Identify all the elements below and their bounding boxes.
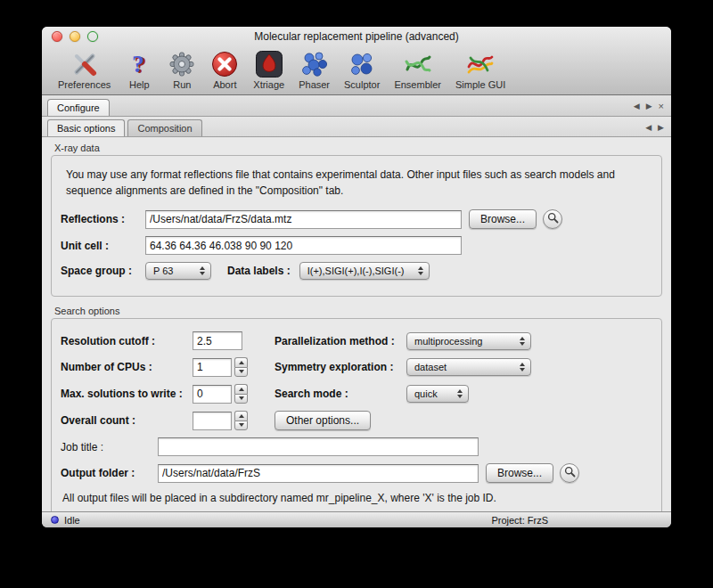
- resolution-row: Resolution cutoff : Parallelization meth…: [61, 331, 652, 350]
- data-labels-label: Data labels :: [227, 265, 291, 277]
- space-group-select[interactable]: P 63: [145, 262, 211, 280]
- preferences-tools-icon: [70, 50, 99, 78]
- search-mode-select[interactable]: quick: [406, 385, 469, 403]
- tab-configure[interactable]: Configure: [47, 99, 110, 116]
- reflections-row: Reflections : Browse...: [61, 209, 652, 229]
- toolbar-label: Simple GUI: [455, 79, 505, 90]
- titlebar[interactable]: Molecular replacement pipeline (advanced…: [42, 27, 671, 46]
- output-folder-inspect-button[interactable]: [560, 463, 579, 483]
- magnifier-icon: [564, 466, 576, 480]
- reflections-browse-button[interactable]: Browse...: [469, 209, 537, 229]
- unit-cell-input[interactable]: [145, 236, 462, 255]
- popup-arrows-icon: [455, 389, 465, 398]
- output-note: All output files will be placed in a sub…: [62, 492, 651, 504]
- stepper-down-icon[interactable]: [234, 421, 248, 431]
- window-title: Molecular replacement pipeline (advanced…: [42, 30, 671, 43]
- resolution-cutoff-label: Resolution cutoff :: [61, 335, 193, 347]
- symmetry-value: dataset: [414, 362, 517, 372]
- toolbar-sculptor-button[interactable]: Sculptor: [340, 49, 383, 91]
- reflections-label: Reflections :: [61, 213, 145, 225]
- search-mode-label: Search mode :: [275, 388, 406, 400]
- reflections-input[interactable]: [145, 210, 462, 229]
- simple-gui-ribbons-icon: [466, 50, 495, 78]
- toolbar-label: Xtriage: [253, 79, 284, 90]
- tab-nav-next-icon[interactable]: ▶: [646, 102, 652, 110]
- toolbar-xtriage-button[interactable]: Xtriage: [250, 49, 288, 91]
- run-gear-icon: [168, 50, 196, 78]
- xray-section-box: You may use any format reflections file …: [51, 155, 662, 297]
- xray-section-title: X-ray data: [54, 143, 662, 153]
- tab-composition-label: Composition: [137, 123, 192, 134]
- overall-count-row: Overall count : Other options...: [61, 411, 652, 430]
- other-options-button[interactable]: Other options...: [275, 411, 371, 430]
- parallelization-select[interactable]: multiprocessing: [406, 332, 531, 350]
- unit-cell-row: Unit cell :: [61, 236, 652, 255]
- toolbar-run-button[interactable]: Run: [164, 49, 200, 91]
- app-window: Molecular replacement pipeline (advanced…: [42, 27, 671, 527]
- space-group-label: Space group :: [61, 265, 145, 277]
- stepper-down-icon[interactable]: [234, 367, 248, 378]
- ensembler-ribbon-icon: [404, 50, 432, 78]
- sculptor-molecule-icon: [348, 50, 376, 78]
- data-labels-value: I(+),SIGI(+),I(-),SIGI(-): [307, 265, 415, 276]
- num-cpus-stepper: [234, 357, 248, 377]
- space-group-row: Space group : P 63 Data labels : I(+),SI…: [61, 262, 652, 280]
- max-solutions-label: Max. solutions to write :: [61, 388, 193, 400]
- phaser-molecule-icon: [300, 50, 329, 78]
- tab-basic-options-label: Basic options: [57, 123, 115, 134]
- num-cpus-input[interactable]: [193, 358, 232, 377]
- subtab-nav-prev-icon[interactable]: ◀: [645, 124, 652, 132]
- symmetry-label: Symmetry exploration :: [275, 361, 406, 373]
- output-folder-browse-button[interactable]: Browse...: [486, 463, 553, 483]
- output-folder-row: Output folder : Browse...: [61, 463, 652, 483]
- search-section-title: Search options: [54, 306, 662, 316]
- content-panel: X-ray data You may use any format reflec…: [42, 137, 671, 516]
- status-bar: Idle Project: FrzS: [42, 511, 671, 527]
- svg-text:?: ?: [132, 50, 144, 78]
- tab-close-icon[interactable]: ×: [659, 102, 664, 111]
- symmetry-select[interactable]: dataset: [406, 358, 531, 376]
- stepper-down-icon[interactable]: [234, 394, 248, 404]
- tab-composition[interactable]: Composition: [127, 119, 201, 136]
- stepper-up-icon[interactable]: [234, 411, 248, 421]
- toolbar-phaser-button[interactable]: Phaser: [295, 49, 333, 91]
- toolbar-help-button[interactable]: ? ? Help: [121, 49, 157, 91]
- data-labels-select[interactable]: I(+),SIGI(+),I(-),SIGI(-): [299, 262, 430, 280]
- window-header: Molecular replacement pipeline (advanced…: [42, 27, 671, 95]
- toolbar-label: Abort: [213, 79, 236, 90]
- toolbar-abort-button[interactable]: Abort: [207, 49, 242, 91]
- tab-nav-prev-icon[interactable]: ◀: [634, 102, 640, 110]
- popup-arrows-icon: [197, 266, 208, 275]
- subtab-nav-next-icon[interactable]: ▶: [658, 124, 664, 132]
- xray-data-section: X-ray data You may use any format reflec…: [51, 143, 662, 297]
- tab-basic-options[interactable]: Basic options: [47, 119, 125, 136]
- xtriage-drop-icon: [255, 50, 283, 78]
- toolbar-label: Preferences: [58, 79, 111, 90]
- overall-count-input[interactable]: [193, 412, 232, 430]
- tab-configure-label: Configure: [57, 102, 100, 113]
- search-section-box: Resolution cutoff : Parallelization meth…: [51, 318, 662, 516]
- toolbar-preferences-button[interactable]: Preferences: [54, 49, 114, 91]
- main-tab-nav: ◀ ▶ ×: [634, 102, 664, 116]
- help-question-icon: ? ?: [125, 50, 153, 78]
- search-mode-value: quick: [414, 388, 455, 399]
- toolbar: Preferences ? ? Help: [42, 46, 671, 94]
- job-title-label: Job title :: [61, 441, 158, 453]
- num-cpus-label: Number of CPUs :: [61, 361, 193, 373]
- stepper-up-icon[interactable]: [234, 384, 248, 394]
- toolbar-label: Help: [129, 79, 150, 90]
- space-group-value: P 63: [153, 265, 197, 276]
- popup-arrows-icon: [517, 363, 528, 372]
- toolbar-ensembler-button[interactable]: Ensembler: [390, 49, 445, 91]
- reflections-inspect-button[interactable]: [543, 209, 562, 229]
- max-solutions-row: Max. solutions to write : Search mode : …: [61, 384, 652, 404]
- stepper-up-icon[interactable]: [234, 357, 248, 367]
- resolution-cutoff-input[interactable]: [193, 331, 242, 350]
- job-title-row: Job title :: [61, 437, 652, 456]
- output-folder-input[interactable]: [158, 464, 479, 483]
- toolbar-label: Run: [173, 79, 191, 90]
- max-solutions-input[interactable]: [193, 385, 232, 404]
- max-solutions-stepper: [234, 384, 248, 404]
- toolbar-simple-gui-button[interactable]: Simple GUI: [452, 49, 509, 91]
- job-title-input[interactable]: [158, 437, 479, 456]
